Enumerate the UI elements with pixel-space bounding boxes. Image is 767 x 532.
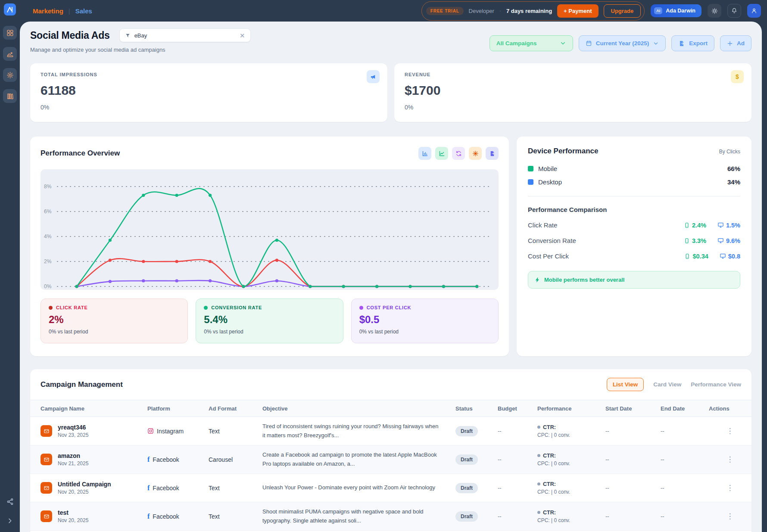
close-icon[interactable]: ✕ [240,32,245,39]
share-icon[interactable] [6,498,14,505]
cpc-label: CPC: | 0 conv. [537,489,605,495]
user-icon [751,7,758,14]
mobile-value: $0.34 [692,253,708,260]
tab-marketing[interactable]: Marketing [33,7,63,15]
performance-view-button[interactable]: Performance View [691,381,741,388]
chart-settings-button[interactable] [469,147,482,160]
mobile-share: 66% [727,165,740,172]
theme-toggle[interactable] [708,4,721,18]
refresh-button[interactable] [452,147,465,160]
line-chart-view-button[interactable] [435,147,448,160]
expand-sidebar-icon[interactable] [6,517,13,524]
app-logo[interactable] [4,3,16,16]
campaign-filter-dropdown[interactable]: All Campaigns [490,35,573,51]
add-ad-label: Ad [737,40,745,47]
filter-value: eBay [134,32,236,39]
topbar-right: FREE TRIAL Developer · 7 days remaining … [421,1,761,21]
row-actions-button[interactable]: ⋮ [709,455,751,464]
performance-chart[interactable]: 0%2%4%6%8% [41,169,499,290]
books-icon [6,93,14,100]
start-date: -- [605,456,661,463]
facebook-icon: f [147,484,150,492]
filter-chip[interactable]: eBay ✕ [119,28,251,42]
ctr-label: CTR: [543,481,556,487]
start-date: -- [605,485,661,491]
upgrade-button[interactable]: Upgrade [604,4,641,18]
row-actions-button[interactable]: ⋮ [709,512,751,521]
conversion-rate-value: 5.4% [204,314,335,326]
chevron-down-icon [560,40,566,47]
ctr-label: CTR: [543,424,556,430]
status-badge: Draft [455,511,478,522]
revenue-card: REVENUE $1700 0% $ [394,63,751,122]
list-view-button[interactable]: List View [607,378,644,391]
budget-value: -- [498,456,537,463]
user-chip[interactable]: AI Ada Darwin [651,4,702,17]
sidebar-nav [3,26,17,103]
chart-export-button[interactable] [486,147,499,160]
bar-chart-view-button[interactable] [418,147,431,160]
comparison-metric-label: Conversion Rate [528,237,576,244]
platform-label: Facebook [153,513,179,520]
add-ad-button[interactable]: Ad [720,35,751,51]
table-row[interactable]: testNov 20, 2025 fFacebook Text Shoot mi… [30,502,751,531]
objective-text: Unleash Your Power - Dominate every poin… [262,483,455,492]
ctr-dot [537,511,540,514]
campaigns-title: Campaign Management [41,380,123,389]
sidebar-item-analytics[interactable] [3,47,17,61]
sun-icon [711,7,718,15]
table-row[interactable]: yreaqt346Nov 23, 2025 Instagram Text Tir… [30,417,751,445]
platform-label: Instagram [157,428,184,435]
col-platform: Platform [147,405,209,412]
megaphone-icon [367,70,380,83]
page-header: Social Media Ads eBay ✕ Manage and optim… [30,28,751,53]
desktop-icon [720,253,726,259]
export-button[interactable]: Export [671,35,714,51]
budget-value: -- [498,485,537,491]
impressions-card: TOTAL IMPRESSIONS 61188 0% [30,63,387,122]
trial-remaining: 7 days remaining [506,8,552,14]
table-row[interactable]: amazonNov 21, 2025 fFacebook Carousel Cr… [30,445,751,474]
col-status: Status [455,405,498,412]
envelope-icon [41,454,52,465]
row-actions-button[interactable]: ⋮ [709,426,751,436]
desktop-value: 1.5% [726,222,740,229]
chart-metric-cards: CLICK RATE 2% 0% vs last period CONVERSI… [41,299,499,343]
campaign-name: test [58,509,88,516]
plus-icon [727,40,733,47]
svg-text:6%: 6% [44,208,52,215]
cost-per-click-delta: 0% vs last period [359,329,490,335]
ad-format: Text [209,485,262,492]
notifications-button[interactable] [727,4,741,18]
impressions-delta: 0% [41,104,377,111]
campaign-date: Nov 20, 2025 [58,489,111,495]
card-view-button[interactable]: Card View [653,381,681,388]
start-date: -- [605,513,661,520]
comparison-row: Click Rate 2.4% 1.5% [528,221,740,229]
cost-per-click-label: COST PER CLICK [367,305,412,310]
payment-button[interactable]: + Payment [557,4,598,18]
tab-sales[interactable]: Sales [75,7,92,15]
table-row[interactable]: Untitled CampaignNov 20, 2025 fFacebook … [30,474,751,502]
sidebar-item-library[interactable] [3,89,17,103]
export-file-icon [489,150,496,157]
user-name: Ada Darwin [666,8,695,14]
col-campaign-name: Campaign Name [30,405,147,412]
col-objective: Objective [262,405,455,412]
conversion-rate-label: CONVERSION RATE [211,305,262,310]
period-dropdown[interactable]: Current Year (2025) [579,35,666,51]
end-date: -- [661,428,709,434]
row-actions-button[interactable]: ⋮ [709,483,751,492]
campaign-date: Nov 20, 2025 [58,517,88,523]
conversion-rate-dot [204,306,208,310]
revenue-label: REVENUE [405,72,741,77]
impressions-value: 61188 [41,83,377,98]
desktop-icon [717,222,724,228]
trending-chart-icon [6,50,14,58]
sidebar-item-settings[interactable] [3,68,17,82]
campaign-date: Nov 23, 2025 [58,432,88,438]
svg-text:8%: 8% [44,184,52,190]
left-sidebar [0,0,20,532]
sidebar-item-dashboard[interactable] [3,26,17,40]
profile-button[interactable] [747,4,761,18]
